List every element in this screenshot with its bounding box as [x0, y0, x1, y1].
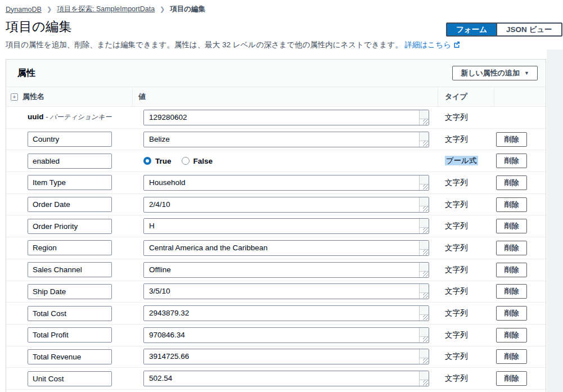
attribute-name-input[interactable] [28, 306, 112, 321]
attribute-value-textarea[interactable]: H [143, 218, 429, 234]
attribute-value-textarea[interactable]: Central America and the Caribbean [143, 240, 429, 256]
attribute-action-cell: 削除 [494, 328, 546, 343]
attribute-name-input[interactable] [28, 327, 112, 343]
attribute-value-textarea[interactable]: 502.54 [143, 371, 429, 386]
attribute-type-label: 文字列 [445, 222, 468, 230]
resize-grip-icon [423, 380, 428, 385]
delete-attribute-button[interactable]: 削除 [496, 197, 527, 212]
textarea-scrollbar[interactable] [419, 175, 429, 190]
column-header-type: タイプ [438, 87, 494, 106]
table-row: 502.54 文字列 削除 [6, 368, 546, 390]
delete-attribute-button[interactable]: 削除 [496, 306, 527, 321]
table-row: H 文字列 削除 [6, 215, 546, 237]
attribute-name-input[interactable] [28, 219, 112, 234]
view-toggle: フォーム JSON ビュー [446, 22, 562, 37]
textarea-scrollbar[interactable] [419, 219, 429, 233]
attribute-value-cell: 970846.34 [133, 327, 438, 343]
attribute-value-cell: Central America and the Caribbean [133, 240, 438, 256]
attribute-value-textarea[interactable]: Offline [143, 262, 429, 278]
textarea-scrollbar[interactable] [419, 110, 429, 125]
attribute-type-cell: 文字列 [438, 112, 494, 123]
page-title: 項目の編集 [6, 18, 72, 35]
delete-attribute-button[interactable]: 削除 [496, 219, 527, 233]
breadcrumb-dynamodb[interactable]: DynamoDB [6, 6, 42, 13]
attribute-value-textarea[interactable]: Belize [143, 132, 429, 147]
textarea-scrollbar[interactable] [419, 306, 429, 321]
attribute-value-textarea[interactable]: 2/4/10 [143, 197, 429, 213]
textarea-scrollbar[interactable] [419, 263, 429, 277]
attribute-action-cell: 削除 [494, 132, 546, 147]
attribute-value-textarea[interactable]: 3914725.66 [143, 349, 429, 364]
delete-attribute-button[interactable]: 削除 [496, 349, 527, 364]
attribute-name-input[interactable] [28, 197, 112, 212]
attribute-value-textarea[interactable]: 970846.34 [143, 327, 429, 343]
attribute-value-textarea[interactable]: Household [143, 175, 429, 191]
attribute-name-input[interactable] [28, 154, 112, 169]
delete-attribute-button[interactable]: 削除 [496, 175, 527, 190]
attribute-name-cell [6, 284, 133, 299]
attribute-type-label: 文字列 [445, 113, 468, 121]
attribute-name-input[interactable] [28, 132, 112, 147]
attribute-action-cell: 削除 [494, 175, 546, 190]
textarea-scrollbar[interactable] [419, 328, 429, 343]
caret-down-icon: ▼ [524, 70, 529, 76]
resize-grip-icon [423, 337, 428, 342]
textarea-scrollbar[interactable] [419, 241, 429, 255]
attributes-panel-title: 属性 [17, 67, 35, 79]
attribute-type-label: 文字列 [445, 244, 468, 252]
breadcrumb: DynamoDB ❯ 項目を探索: SampleImportData ❯ 項目の… [6, 4, 205, 14]
attribute-name-cell [6, 371, 133, 386]
attribute-name-input[interactable] [28, 349, 112, 364]
breadcrumb-current: 項目の編集 [170, 4, 205, 14]
chevron-right-icon: ❯ [160, 6, 165, 13]
delete-attribute-button[interactable]: 削除 [496, 132, 527, 147]
attribute-action-cell: 削除 [494, 371, 546, 386]
attribute-type-cell: 文字列 [438, 178, 494, 188]
delete-attribute-button[interactable]: 削除 [496, 284, 527, 299]
attribute-value-cell: Belize [133, 132, 438, 147]
attribute-name-cell [6, 262, 133, 277]
attribute-name-input[interactable] [28, 262, 112, 277]
attribute-value-cell: Offline [133, 262, 438, 278]
page-description: 項目の属性を追加、削除、または編集できます。属性は、最大 32 レベルの深さまで… [6, 40, 460, 50]
delete-attribute-button[interactable]: 削除 [496, 328, 527, 343]
external-link-icon [453, 41, 460, 48]
attribute-rows: uuid - パーティションキー 129280602 文字列 [6, 107, 546, 390]
delete-attribute-button[interactable]: 削除 [496, 263, 527, 277]
textarea-scrollbar[interactable] [419, 349, 429, 364]
attribute-name-cell [6, 132, 133, 147]
textarea-scrollbar[interactable] [419, 132, 429, 147]
attribute-type-cell: 文字列 [438, 330, 494, 340]
textarea-scrollbar[interactable] [419, 284, 429, 299]
attribute-type-label: 文字列 [445, 287, 468, 295]
textarea-scrollbar[interactable] [419, 371, 429, 386]
attribute-type-cell: 文字列 [438, 134, 494, 145]
table-row: uuid - パーティションキー 129280602 文字列 [6, 107, 546, 129]
attribute-name-cell [6, 327, 133, 343]
column-header-name: + 属性名 [6, 87, 133, 106]
textarea-scrollbar[interactable] [419, 197, 429, 212]
attribute-name-input[interactable] [28, 284, 112, 299]
breadcrumb-explore-items[interactable]: 項目を探索: SampleImportData [57, 4, 155, 14]
delete-attribute-button[interactable]: 削除 [496, 154, 527, 168]
attribute-value-textarea[interactable]: 3/5/10 [143, 283, 429, 299]
delete-attribute-button[interactable]: 削除 [496, 241, 527, 255]
attribute-value-textarea[interactable]: 129280602 [143, 110, 429, 125]
attribute-type-cell: ブール式 [438, 156, 494, 166]
attribute-name-input[interactable] [28, 175, 112, 190]
attribute-action-cell: 削除 [494, 306, 546, 321]
tab-form-view[interactable]: フォーム [447, 24, 496, 35]
attribute-name-input[interactable] [28, 240, 112, 255]
attribute-name-input[interactable] [28, 371, 112, 386]
attribute-action-cell: 削除 [494, 349, 546, 364]
radio-true[interactable]: True [143, 157, 172, 165]
attribute-value-textarea[interactable]: 2943879.32 [143, 305, 429, 321]
expand-all-icon[interactable]: + [11, 93, 18, 101]
radio-false[interactable]: False [182, 157, 213, 165]
delete-attribute-button[interactable]: 削除 [496, 371, 527, 386]
attribute-type-cell: 文字列 [438, 221, 494, 231]
add-new-attribute-button[interactable]: 新しい属性の追加 ▼ [452, 66, 538, 80]
tab-json-view[interactable]: JSON ビュー [496, 24, 561, 35]
learn-more-link[interactable]: 詳細はこちら [405, 40, 460, 49]
attribute-value-cell: 2/4/10 [133, 197, 438, 213]
